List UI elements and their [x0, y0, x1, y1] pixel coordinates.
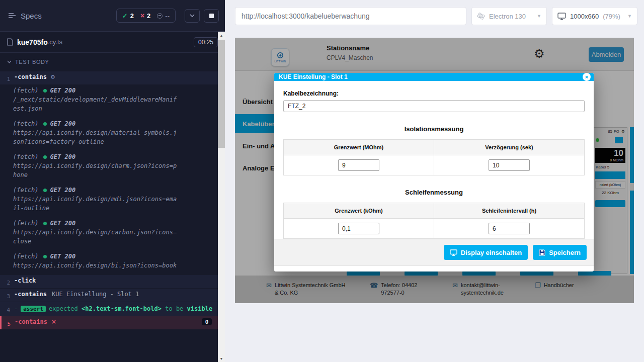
fetch-status: GET 200 — [50, 220, 76, 227]
fetch-url: https://api.iconify.design/charm.json?ic… — [13, 161, 179, 179]
fetch-status: GET 200 — [50, 253, 76, 260]
command-arg: KUE Einstellung - Slot 1 — [52, 291, 139, 298]
fetch-log[interactable]: (fetch)GET 200 /_next/static/development… — [0, 85, 218, 116]
specs-title[interactable]: Specs — [21, 12, 42, 20]
preview-pane: Electron 130 ▼ 1000x660 (79%) ▼ LITTWIN … — [225, 0, 644, 362]
reporter-scrollbar[interactable]: ▲ ▼ — [218, 32, 225, 362]
fetch-label: (fetch) — [13, 253, 39, 260]
spec-name: kue705fo — [17, 38, 48, 46]
column-header: Grenzwert (MOhm) — [284, 140, 434, 155]
spec-ext: .cy.ts — [48, 38, 62, 46]
browser-label: Electron 130 — [489, 13, 526, 20]
status-dot-icon — [43, 189, 47, 192]
spec-row[interactable]: kue705fo .cy.ts 00:25 — [0, 32, 225, 53]
save-floppy-icon — [539, 249, 545, 256]
isolation-table: Grenzwert (MOhm) Verzögerung (sek) — [283, 139, 585, 175]
command-assert[interactable]: 4 -assertexpected <h2.text-sm.font-bold>… — [0, 302, 218, 316]
chevron-down-icon: ▼ — [627, 14, 632, 19]
check-icon: ✓ — [122, 12, 128, 20]
stat-failed: ×2 — [140, 12, 150, 20]
fetch-label: (fetch) — [13, 153, 39, 160]
modal-body: Kabelbezeichnung: Isolationsmessung Gren… — [274, 81, 594, 239]
iso-limit-input[interactable] — [338, 159, 379, 171]
fetch-url: https://api.iconify.design/bi.json?icons… — [13, 261, 177, 270]
fetch-label: (fetch) — [13, 187, 39, 194]
loop-table: Grenzwert (kOhm) Schleifenintervall (h) — [283, 203, 585, 239]
command-name: -contains — [15, 318, 47, 325]
loop-interval-input[interactable] — [489, 223, 530, 234]
test-body-section[interactable]: TEST BODY — [0, 53, 225, 71]
viewport-zoom: (79%) — [603, 13, 620, 20]
status-dot-icon — [43, 255, 47, 258]
chevron-down-icon: ▼ — [537, 14, 541, 19]
cable-name-label: Kabelbezeichnung: — [283, 90, 585, 97]
cable-name-input[interactable] — [283, 100, 585, 112]
isolation-heading: Isolationsmessung — [283, 125, 585, 133]
scrollbar-thumb[interactable] — [218, 40, 225, 148]
browser-select[interactable]: Electron 130 ▼ — [471, 7, 547, 25]
reporter-header: Specs ✓2 ×2 -- — [0, 0, 225, 32]
loop-heading: Schleifenmessung — [283, 189, 585, 196]
viewport-icon — [557, 13, 566, 20]
stat-pending: -- — [157, 12, 170, 20]
fetch-log[interactable]: (fetch)GET 200 https://api.iconify.desig… — [0, 251, 218, 273]
command-name: -click — [14, 277, 36, 284]
command-contains-failed[interactable]: 5 -contains×0 — [0, 316, 218, 329]
modal-footer: Display einschalten Speichern — [274, 239, 594, 266]
fetch-label: (fetch) — [13, 87, 39, 94]
modal-title: KUE Einstellung - Slot 1 — [279, 73, 348, 80]
scroll-down-arrow[interactable]: ▼ — [218, 355, 225, 362]
fetch-url: /_next/static/development/_devMiddleware… — [13, 95, 179, 113]
column-header: Verzögerung (sek) — [434, 140, 585, 155]
assert-message: -assertexpected <h2.text-sm.font-bold> t… — [14, 305, 212, 312]
assert-selector: <h2.text-sm.font-bold> — [82, 305, 162, 312]
fetch-url: https://api.iconify.design/carbon.json?i… — [13, 228, 179, 246]
element-count-badge: 0 — [202, 318, 212, 325]
assert-expected: visible — [187, 305, 213, 312]
fetch-log[interactable]: (fetch)GET 200 https://api.iconify.desig… — [0, 118, 218, 149]
fetch-log[interactable]: (fetch)GET 200 https://api.iconify.desig… — [0, 185, 218, 216]
cypress-reporter: Specs ✓2 ×2 -- kue705fo .cy.ts 00:25 TES… — [0, 0, 225, 362]
viewport-select[interactable]: 1000x660 (79%) ▼ — [552, 7, 637, 25]
column-header: Grenzwert (kOhm) — [284, 203, 434, 219]
display-icon — [450, 249, 457, 256]
aut-url-input[interactable] — [235, 7, 466, 25]
close-icon[interactable]: × — [583, 73, 591, 81]
fetch-label: (fetch) — [13, 120, 39, 127]
save-button[interactable]: Speichern — [533, 245, 587, 260]
fetch-log[interactable]: (fetch)GET 200 https://api.iconify.desig… — [0, 151, 218, 183]
fail-x-icon: × — [51, 318, 56, 325]
command-click[interactable]: 2 -click — [0, 275, 218, 288]
app-under-test: LITTWIN Stationsname CPLV4_Maschen ⚙ Abm… — [235, 38, 634, 303]
stop-run-button[interactable] — [204, 9, 219, 23]
spec-file-icon — [7, 38, 13, 46]
fetch-url: https://api.iconify.design/material-symb… — [13, 128, 179, 146]
stop-icon — [209, 14, 214, 18]
status-dot-icon — [43, 89, 47, 93]
collapse-all-button[interactable] — [185, 9, 200, 23]
command-contains-1[interactable]: 1 -contains⚙ — [0, 71, 218, 84]
status-dot-icon — [43, 155, 47, 159]
kue-settings-modal: KUE Einstellung - Slot 1 × Kabelbezeichn… — [274, 73, 594, 272]
modal-title-bar: KUE Einstellung - Slot 1 × — [274, 73, 594, 81]
spec-duration: 00:25 — [194, 37, 218, 47]
electron-icon — [477, 12, 485, 20]
specs-menu-icon[interactable] — [8, 12, 16, 19]
display-on-button[interactable]: Display einschalten — [444, 245, 528, 260]
viewport-size: 1000x660 — [570, 13, 599, 20]
run-stats: ✓2 ×2 -- — [116, 9, 176, 23]
command-name: -contains — [14, 291, 47, 298]
status-dot-icon — [43, 222, 47, 225]
fetch-status: GET 200 — [50, 187, 76, 194]
fetch-label: (fetch) — [13, 220, 39, 227]
iso-delay-input[interactable] — [489, 159, 530, 171]
test-body-label: TEST BODY — [15, 59, 49, 65]
cross-icon: × — [140, 12, 144, 20]
scroll-up-arrow[interactable]: ▲ — [218, 32, 225, 39]
stat-passed: ✓2 — [122, 12, 134, 20]
fetch-status: GET 200 — [50, 120, 76, 127]
fetch-log[interactable]: (fetch)GET 200 https://api.iconify.desig… — [0, 218, 218, 249]
loop-limit-input[interactable] — [338, 223, 379, 234]
fetch-status: GET 200 — [50, 87, 76, 94]
command-contains-2[interactable]: 3 -containsKUE Einstellung - Slot 1 — [0, 289, 218, 302]
